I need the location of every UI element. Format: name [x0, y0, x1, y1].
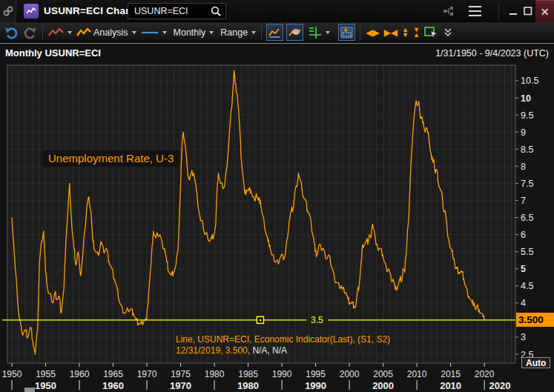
channel-tree-icon[interactable] — [441, 0, 457, 22]
svg-text:1985: 1985 — [238, 369, 258, 379]
toolbar-separator — [261, 25, 262, 40]
chart-title: Monthly USUNR=ECI — [5, 47, 101, 59]
menu-icon[interactable] — [466, 0, 484, 22]
toolbar: Analysis Monthly Range — [0, 22, 554, 43]
undo-button[interactable] — [4, 25, 19, 39]
redo-button[interactable] — [23, 25, 37, 39]
svg-text:3.5: 3.5 — [311, 315, 323, 325]
svg-text:6: 6 — [521, 230, 526, 240]
svg-text:5: 5 — [521, 264, 526, 274]
app-window: USUNR=ECI Chart USUNR=ECI — [0, 0, 554, 392]
minimize-button[interactable] — [506, 0, 521, 22]
chevron-down-icon — [132, 31, 136, 34]
chart-body: 3.510.5109.598.587.576.565.554.5432.5195… — [0, 62, 554, 392]
svg-text:10: 10 — [521, 93, 531, 104]
svg-text:2000: 2000 — [372, 380, 394, 391]
legend-line1: Line, USUNR=ECI, Economic Indicator(Last… — [176, 334, 390, 345]
toolbar-separator — [42, 25, 43, 40]
double-chevron-down-icon — [443, 27, 452, 38]
search-icon[interactable] — [211, 6, 222, 17]
analysis-zigzag-icon — [76, 27, 91, 38]
red-zigzag-icon — [48, 27, 64, 38]
chevron-down-icon — [326, 31, 330, 34]
svg-text:8: 8 — [521, 162, 526, 172]
svg-text:2020: 2020 — [489, 380, 511, 391]
chain-link-icon — [3, 6, 13, 16]
arrows-in-icon: ▶◀ — [384, 28, 398, 37]
svg-text:3: 3 — [521, 332, 526, 342]
titlebar-separator — [498, 3, 499, 19]
chart-icon — [268, 27, 281, 38]
svg-text:+: + — [343, 27, 348, 34]
svg-text:7: 7 — [521, 196, 526, 206]
svg-text:2020: 2020 — [475, 369, 495, 379]
green-axes-icon — [307, 25, 322, 40]
legend-line2-value: 12/31/2019, 3.500, — [176, 345, 250, 356]
svg-text:2010: 2010 — [440, 380, 461, 391]
more-tools-button[interactable] — [443, 27, 452, 38]
svg-text:10.5: 10.5 — [521, 76, 538, 86]
svg-text:2005: 2005 — [373, 369, 393, 379]
interval-dropdown[interactable]: Monthly — [171, 27, 214, 38]
svg-text:7.5: 7.5 — [521, 179, 533, 189]
svg-text:8.5: 8.5 — [521, 144, 533, 155]
svg-text:1965: 1965 — [103, 369, 123, 379]
svg-text:1950: 1950 — [35, 380, 56, 391]
range-dropdown[interactable]: Range — [218, 27, 256, 38]
line-sample-icon — [141, 30, 159, 36]
line-type-button[interactable] — [141, 30, 167, 36]
chevron-down-icon — [67, 31, 72, 34]
select-box-cursor-icon — [424, 27, 439, 39]
hline-axis-badge: 3.500 — [516, 313, 554, 327]
toolbar-separator — [360, 25, 360, 40]
legend-line2-na: N/A, N/A — [250, 345, 287, 356]
chart-pan-button[interactable] — [286, 24, 303, 41]
chart-legend: Line, USUNR=ECI, Economic Indicator(Last… — [176, 334, 390, 356]
scrollbar-thumb[interactable] — [24, 388, 35, 392]
svg-text:1970: 1970 — [170, 380, 191, 391]
expand-vertical-button[interactable]: ▲ ▼ — [402, 27, 409, 38]
svg-text:1970: 1970 — [137, 369, 157, 379]
svg-text:5.5: 5.5 — [521, 247, 533, 257]
chart-header: Monthly USUNR=ECI 1/31/1950 - 9/4/2023 (… — [0, 43, 554, 62]
svg-text:1955: 1955 — [36, 369, 56, 379]
interval-label: Monthly — [174, 27, 206, 38]
svg-text:1995: 1995 — [306, 369, 326, 379]
auto-scale-button[interactable]: Auto — [521, 357, 550, 368]
arrows-out-icon: ◀▶ — [366, 28, 379, 37]
symbol-search-input[interactable]: USUNR=ECI — [128, 3, 226, 19]
analysis-button[interactable]: Analysis — [76, 27, 136, 38]
svg-text:1990: 1990 — [305, 380, 326, 391]
link-channel-button[interactable] — [0, 0, 16, 22]
selection-mode-button[interactable] — [424, 27, 439, 39]
range-label: Range — [220, 27, 248, 38]
close-button[interactable]: ✕ — [535, 0, 554, 22]
chart-view-button[interactable] — [266, 24, 283, 41]
chevron-down-icon — [251, 31, 256, 34]
svg-text:1990: 1990 — [272, 369, 292, 379]
add-subchart-button[interactable]: + — [338, 24, 355, 41]
svg-text:2015: 2015 — [441, 369, 461, 379]
svg-text:9.5: 9.5 — [521, 110, 533, 121]
collapse-vertical-button[interactable]: ▼ ▲ — [413, 27, 420, 38]
svg-text:6.5: 6.5 — [521, 213, 533, 223]
expand-horizontal-button[interactable]: ◀▶ — [366, 28, 379, 37]
svg-text:9: 9 — [521, 127, 526, 138]
arrow-up-icon: ▲ — [413, 33, 420, 38]
arrow-down-icon: ▼ — [402, 33, 409, 38]
chevron-down-icon — [209, 31, 214, 34]
svg-text:2010: 2010 — [407, 369, 427, 379]
axes-settings-button[interactable] — [307, 25, 330, 40]
line-style-button[interactable] — [48, 27, 72, 38]
collapse-horizontal-button[interactable]: ▶◀ — [384, 28, 398, 37]
chart-annotation[interactable]: Unemployment Rate, U-3 — [42, 150, 179, 167]
analysis-label: Analysis — [93, 27, 128, 38]
maximize-button[interactable] — [521, 0, 535, 22]
titlebar: USUNR=ECI Chart USUNR=ECI — [0, 0, 554, 22]
chevron-down-icon — [162, 31, 167, 34]
svg-text:1950: 1950 — [2, 369, 22, 379]
svg-text:1960: 1960 — [102, 380, 124, 391]
hand-chart-icon — [288, 27, 301, 38]
svg-text:4.5: 4.5 — [521, 281, 533, 291]
window-title: USUNR=ECI Chart — [44, 5, 133, 16]
